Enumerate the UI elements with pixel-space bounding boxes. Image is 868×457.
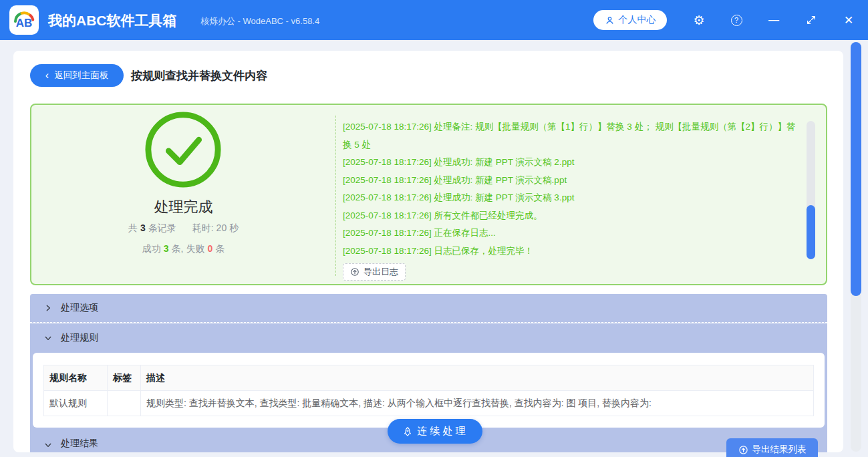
fail-count: 0: [207, 243, 212, 254]
rocket-icon: [402, 426, 413, 437]
continue-processing-label: 连续处理: [418, 425, 468, 438]
log-line: [2025-07-18 18:17:26] 日志已保存，处理完毕！: [343, 243, 800, 261]
chevron-down-icon: [43, 440, 53, 450]
upload-icon: [350, 267, 359, 277]
time-label: 耗时:: [192, 222, 214, 233]
success-suffix: 条,: [172, 243, 184, 254]
chevron-down-icon: [43, 333, 53, 343]
maximize-restore-icon[interactable]: [802, 11, 821, 29]
cell-rule-name: 默认规则: [44, 391, 108, 416]
section-label: 处理选项: [61, 302, 98, 314]
cell-tag: [108, 391, 141, 416]
chevron-left-icon: ‹: [45, 70, 49, 81]
content-card: ‹ 返回到主面板 按规则查找并替换文件内容 处理完成 共3条记录耗时:20 秒 …: [13, 51, 843, 452]
result-summary: 处理完成 共3条记录耗时:20 秒 成功3条,失败0条: [31, 105, 335, 284]
total-prefix: 共: [128, 222, 138, 233]
back-to-dashboard-button[interactable]: ‹ 返回到主面板: [30, 64, 124, 87]
log-line: [2025-07-18 18:17:26] 正在保存日志...: [343, 224, 800, 243]
col-header-tag: 标签: [108, 365, 141, 391]
log-line: [2025-07-18 18:17:26] 处理备注: 规则【批量规则（第【1】…: [343, 118, 800, 154]
time-value: 20 秒: [216, 222, 239, 233]
log-line: [2025-07-18 18:17:26] 处理成功: 新建 PPT 演示文稿 …: [343, 189, 800, 207]
upload-icon: [738, 445, 748, 455]
user-center-button[interactable]: 个人中心: [593, 10, 667, 30]
app-logo-icon: AB: [11, 7, 37, 33]
export-results-label: 导出结果列表: [752, 444, 807, 456]
chevron-right-icon: [43, 303, 53, 313]
log-list: [2025-07-18 18:17:26] 处理备注: 规则【批量规则（第【1】…: [343, 118, 800, 260]
app-title: 我的ABC软件工具箱: [48, 11, 177, 30]
minimize-icon[interactable]: —: [764, 11, 783, 29]
settings-icon[interactable]: ⚙: [690, 11, 708, 29]
total-count: 3: [140, 222, 146, 233]
titlebar: AB 我的ABC软件工具箱 核烁办公 - WodeABC - v6.58.4 个…: [0, 0, 868, 40]
section-label: 处理规则: [61, 332, 98, 344]
log-line: [2025-07-18 18:17:26] 处理成功: 新建 PPT 演示文稿 …: [343, 154, 800, 172]
export-results-button[interactable]: 导出结果列表: [726, 438, 818, 457]
help-icon[interactable]: ?: [727, 11, 746, 29]
log-scrollbar-track[interactable]: [807, 121, 815, 259]
app-logo: AB: [9, 5, 39, 35]
main-scrollbar-thumb[interactable]: [851, 42, 861, 296]
total-suffix: 条记录: [148, 222, 176, 233]
summary-log-divider: [335, 116, 336, 276]
app-window: AB 我的ABC软件工具箱 核烁办公 - WodeABC - v6.58.4 个…: [0, 0, 868, 457]
back-button-label: 返回到主面板: [54, 69, 108, 82]
log-line: [2025-07-18 18:17:26] 处理成功: 新建 PPT 演示文稿.…: [343, 172, 800, 190]
user-center-label: 个人中心: [619, 14, 656, 26]
app-subtitle: 核烁办公 - WodeABC - v6.58.4: [200, 15, 319, 27]
success-count: 3: [164, 243, 169, 254]
rules-table-header-row: 规则名称 标签 描述: [44, 365, 814, 391]
success-check-icon: [144, 110, 223, 189]
result-panel: 处理完成 共3条记录耗时:20 秒 成功3条,失败0条 [2025-07-18 …: [30, 104, 827, 285]
export-log-button[interactable]: 导出日志: [343, 263, 406, 281]
fail-label: 失败: [186, 243, 204, 254]
col-header-description: 描述: [141, 365, 814, 391]
total-stats: 共3条记录耗时:20 秒: [31, 222, 335, 235]
cell-description: 规则类型: 查找并替换文本, 查找类型: 批量精确文本, 描述: 从两个输入框中…: [141, 391, 814, 416]
section-processing-options[interactable]: 处理选项: [30, 294, 827, 323]
table-row[interactable]: 默认规则 规则类型: 查找并替换文本, 查找类型: 批量精确文本, 描述: 从两…: [44, 391, 814, 416]
fail-suffix: 条: [215, 243, 225, 254]
person-icon: [605, 15, 615, 25]
log-line: [2025-07-18 18:17:26] 所有文件都已经处理完成。: [343, 207, 800, 225]
continue-processing-button[interactable]: 连续处理: [388, 419, 482, 444]
col-header-rule-name: 规则名称: [44, 365, 108, 391]
rules-table-panel: 规则名称 标签 描述 默认规则 规则类型: 查找并替换文本, 查找类型: 批量精…: [33, 353, 825, 428]
section-label: 处理结果: [61, 438, 98, 450]
success-label: 成功: [142, 243, 161, 254]
log-scrollbar-thumb[interactable]: [807, 205, 815, 259]
export-log-label: 导出日志: [364, 266, 398, 278]
success-fail-stats: 成功3条,失败0条: [31, 243, 335, 255]
page-title: 按规则查找并替换文件内容: [131, 68, 267, 84]
main-scrollbar-track[interactable]: [851, 42, 861, 452]
svg-text:AB: AB: [16, 17, 33, 29]
close-icon[interactable]: ✕: [839, 11, 858, 29]
section-processing-rules[interactable]: 处理规则: [30, 323, 827, 353]
rules-table: 规则名称 标签 描述 默认规则 规则类型: 查找并替换文本, 查找类型: 批量精…: [43, 365, 814, 416]
status-title: 处理完成: [31, 197, 335, 217]
